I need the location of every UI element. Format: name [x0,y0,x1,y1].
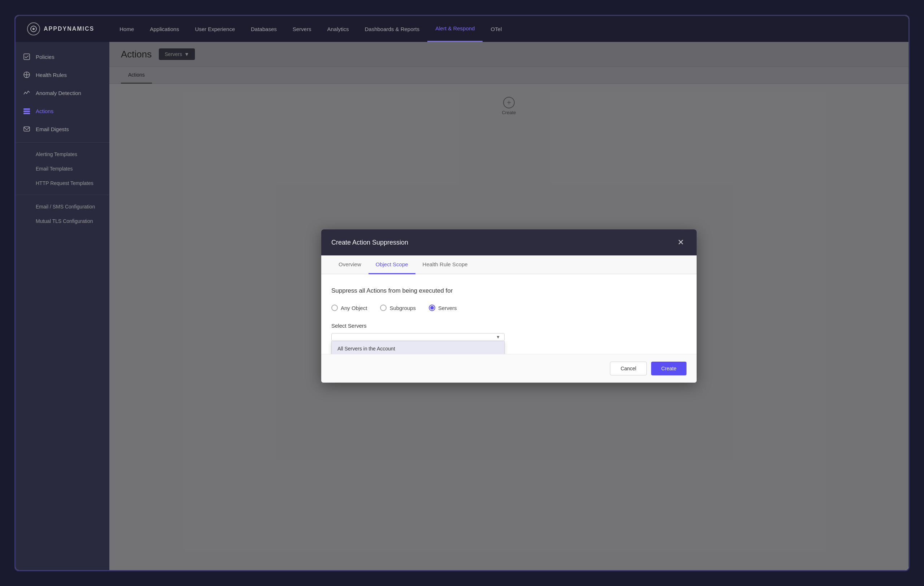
sidebar-divider-2 [15,195,109,195]
svg-point-1 [33,28,35,30]
radio-subgroups-label: Subgroups [389,305,416,311]
top-nav: APPDYNAMICS Home Applications User Exper… [15,16,909,42]
modal-close-button[interactable]: ✕ [675,237,686,248]
sidebar-sub-http-templates[interactable]: HTTP Request Templates [15,176,109,190]
nav-alert-respond[interactable]: Alert & Respond [427,16,483,42]
anomaly-icon [23,89,31,97]
sidebar-item-health-rules[interactable]: Health Rules [15,66,109,84]
radio-subgroups-circle [380,305,386,311]
radio-subgroups[interactable]: Subgroups [380,305,416,311]
radio-any-object-label: Any Object [341,305,367,311]
radio-any-object[interactable]: Any Object [331,305,367,311]
sidebar-anomaly-label: Anomaly Detection [36,90,81,96]
sidebar-item-policies[interactable]: Policies [15,48,109,66]
actions-icon [23,107,31,115]
modal-overlay: Create Action Suppression ✕ Overview Obj… [109,42,909,570]
dropdown-container: ▼ All Servers in the Account Servers wit… [331,333,505,341]
nav-analytics[interactable]: Analytics [319,16,356,42]
sidebar-health-rules-label: Health Rules [36,72,67,78]
sidebar-item-actions[interactable]: Actions [15,102,109,120]
policy-icon [23,53,31,61]
email-icon [23,125,31,133]
main-area: Policies Health Rules Anomaly Detection … [15,42,909,570]
create-action-button[interactable]: Create [651,362,686,376]
sidebar-actions-label: Actions [36,108,53,114]
svg-rect-2 [24,54,30,60]
app-logo-icon [27,22,40,35]
sidebar-item-email-digests[interactable]: Email Digests [15,120,109,138]
radio-any-object-circle [331,305,338,311]
modal-header: Create Action Suppression ✕ [321,229,696,255]
sidebar-sub-email-templates[interactable]: Email Templates [15,162,109,176]
modal-body: Suppress all Actions from being executed… [321,274,696,354]
svg-rect-6 [23,108,30,110]
sidebar: Policies Health Rules Anomaly Detection … [15,42,109,570]
suppress-description: Suppress all Actions from being executed… [331,287,686,295]
radio-servers-circle [429,305,435,311]
logo-text: APPDYNAMICS [44,26,94,32]
app-wrapper: APPDYNAMICS Home Applications User Exper… [15,15,909,571]
servers-select-input[interactable] [331,333,505,341]
dropdown-list: All Servers in the Account Servers withi… [331,341,505,354]
modal-tab-object-scope[interactable]: Object Scope [368,255,416,274]
radio-servers[interactable]: Servers [429,305,457,311]
nav-dashboards[interactable]: Dashboards & Reports [356,16,427,42]
modal-tab-overview[interactable]: Overview [331,255,368,274]
modal-tab-health-rule-scope[interactable]: Health Rule Scope [416,255,475,274]
cancel-button[interactable]: Cancel [610,362,647,376]
sidebar-divider [15,142,109,143]
radio-servers-label: Servers [438,305,457,311]
nav-items: Home Applications User Experience Databa… [112,16,897,42]
logo-area: APPDYNAMICS [27,22,94,35]
sidebar-sub-email-sms[interactable]: Email / SMS Configuration [15,199,109,214]
sidebar-item-anomaly-detection[interactable]: Anomaly Detection [15,84,109,102]
nav-servers[interactable]: Servers [285,16,319,42]
nav-home[interactable]: Home [112,16,142,42]
svg-rect-8 [23,113,30,114]
sidebar-email-digests-label: Email Digests [36,126,69,132]
content-area: Actions Servers ▼ Actions + Create [109,42,909,570]
nav-applications[interactable]: Applications [142,16,187,42]
dropdown-option-all-servers[interactable]: All Servers in the Account [332,341,504,354]
modal: Create Action Suppression ✕ Overview Obj… [321,229,696,382]
modal-footer: Cancel Create [321,354,696,382]
sidebar-policies-label: Policies [36,54,54,60]
svg-rect-7 [23,111,30,112]
modal-title: Create Action Suppression [331,239,408,247]
modal-tabs: Overview Object Scope Health Rule Scope [321,255,696,274]
sidebar-sub-alerting-templates[interactable]: Alerting Templates [15,147,109,162]
sidebar-sub-mutual-tls[interactable]: Mutual TLS Configuration [15,214,109,228]
nav-otel[interactable]: OTel [483,16,510,42]
nav-user-experience[interactable]: User Experience [187,16,243,42]
radio-group: Any Object Subgroups Servers [331,305,686,311]
select-servers-label: Select Servers [331,323,686,329]
svg-rect-9 [24,127,30,131]
health-icon [23,71,31,79]
nav-databases[interactable]: Databases [243,16,285,42]
